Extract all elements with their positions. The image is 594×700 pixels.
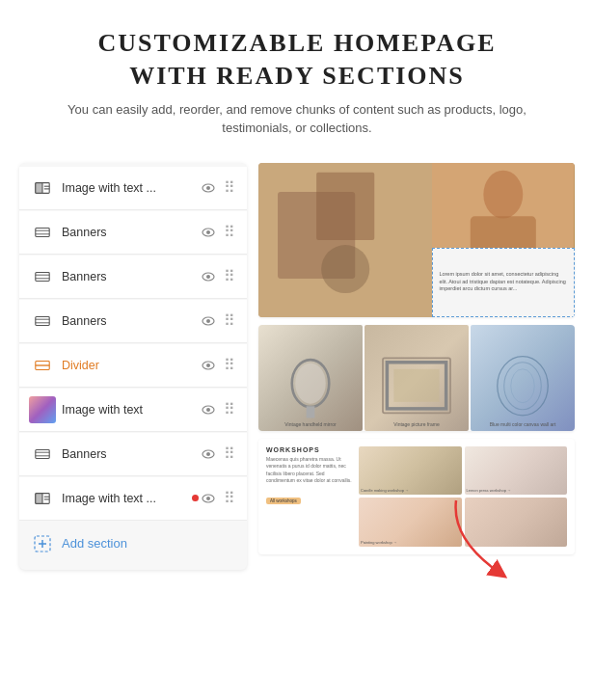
item-label-8: Image with text ... — [62, 492, 188, 505]
active-indicator-dot — [192, 495, 199, 501]
sidebar-item-image-with-text-3[interactable]: Image with text ... ⠿ — [19, 477, 247, 521]
plus-icon — [29, 530, 56, 557]
add-section-label: Add section — [62, 536, 237, 551]
ws-label-1: Candle making workshop → — [361, 488, 409, 493]
image-text-icon — [29, 175, 56, 202]
svg-point-37 — [206, 497, 210, 500]
preview-frame-img: Vintage picture frame — [364, 325, 469, 431]
preview-art-img: Blue multi color canvas wall art — [471, 325, 575, 431]
workshop-badge: All workshops — [266, 498, 301, 504]
svg-point-26 — [206, 408, 210, 412]
ws-label-3: Painting workshop → — [361, 540, 397, 545]
preview-section-1: Lorem ipsum dolor sit amet, consectetur … — [258, 163, 575, 317]
svg-rect-6 — [36, 228, 49, 236]
workshop-title: WORKSHOPS — [266, 446, 353, 453]
visibility-toggle-2[interactable] — [199, 223, 218, 242]
item-label-2: Banners — [62, 226, 199, 239]
item-label-5: Divider — [62, 359, 199, 372]
drag-handle-4[interactable]: ⠿ — [222, 313, 237, 329]
preview-area: Lorem ipsum dolor sit amet, consectetur … — [258, 163, 575, 570]
banners-icon-1 — [29, 219, 56, 246]
svg-point-15 — [206, 275, 210, 279]
visibility-toggle-4[interactable] — [199, 311, 218, 331]
drag-handle-6[interactable]: ⠿ — [222, 402, 237, 417]
image-text-thumb-icon — [29, 396, 56, 423]
sidebar-item-banners-4[interactable]: Banners ⠿ — [19, 433, 247, 476]
add-section-button[interactable]: Add section — [19, 523, 247, 565]
visibility-toggle-3[interactable] — [199, 267, 218, 286]
banners-icon-2 — [29, 263, 56, 290]
svg-point-54 — [498, 356, 549, 415]
banners-icon-4 — [29, 441, 56, 468]
main-area: Image with text ... ⠿ Banners ⠿ — [0, 153, 594, 579]
drag-handle-5[interactable]: ⠿ — [222, 358, 237, 373]
svg-point-5 — [206, 186, 210, 190]
svg-rect-47 — [471, 216, 536, 248]
workshop-text-area: WORKSHOPS Maecenas quis pharetra massa. … — [266, 446, 353, 547]
drag-handle-1[interactable]: ⠿ — [222, 180, 237, 196]
svg-rect-52 — [393, 368, 439, 401]
sidebar-item-image-with-text-2[interactable]: Image with text ⠿ — [19, 389, 247, 432]
preview-mirror-img: Vintage handheld mirror — [258, 325, 363, 431]
item-label-1: Image with text ... — [62, 181, 199, 195]
drag-handle-8[interactable]: ⠿ — [222, 491, 237, 506]
page-header: CUSTOMIZABLE HOMEPAGE WITH READY SECTION… — [0, 0, 594, 153]
visibility-toggle-8[interactable] — [199, 489, 218, 508]
preview-section-2: Vintage handheld mirror Vintage picture … — [258, 325, 575, 431]
svg-rect-33 — [36, 493, 42, 503]
banners-icon-3 — [29, 308, 56, 335]
sidebar-item-banners-2[interactable]: Banners ⠿ — [19, 256, 247, 299]
visibility-toggle-5[interactable] — [199, 356, 218, 375]
divider-icon — [29, 352, 56, 379]
drag-handle-2[interactable]: ⠿ — [222, 225, 237, 240]
frame-label: Vintage picture frame — [368, 421, 465, 427]
preview-section-3: WORKSHOPS Maecenas quis pharetra massa. … — [258, 439, 575, 554]
svg-rect-43 — [316, 172, 374, 239]
svg-point-44 — [321, 245, 369, 293]
workshop-img-4 — [465, 498, 568, 547]
workshop-img-1: Candle making workshop → — [359, 446, 462, 496]
ws-label-2: Lemon press workshop → — [467, 488, 511, 493]
workshop-images-grid: Candle making workshop → Lemon press wor… — [359, 446, 567, 547]
drag-handle-7[interactable]: ⠿ — [222, 446, 237, 462]
item-label-6: Image with text — [62, 403, 199, 417]
sections-panel: Image with text ... ⠿ Banners ⠿ — [19, 163, 247, 570]
sidebar-item-divider[interactable]: Divider ⠿ — [19, 344, 247, 388]
preview-text-box: Lorem ipsum dolor sit amet, consectetur … — [432, 248, 575, 317]
sidebar-item-banners-1[interactable]: Banners ⠿ — [19, 211, 247, 255]
item-label-3: Banners — [62, 270, 199, 283]
svg-point-24 — [206, 363, 210, 367]
svg-rect-1 — [36, 182, 42, 193]
preview-image-right-top — [432, 163, 575, 248]
page-title: CUSTOMIZABLE HOMEPAGE WITH READY SECTION… — [39, 27, 555, 93]
visibility-toggle-6[interactable] — [199, 400, 218, 419]
item-label-4: Banners — [62, 314, 199, 328]
preview-lorem-text: Lorem ipsum dolor sit amet, consectetur … — [439, 271, 568, 293]
workshop-body: Maecenas quis pharetra massa. Ut venenat… — [266, 456, 353, 485]
visibility-toggle-1[interactable] — [199, 178, 218, 198]
mirror-label: Vintage handheld mirror — [262, 421, 359, 427]
svg-rect-27 — [36, 449, 49, 458]
svg-rect-49 — [307, 406, 315, 417]
svg-point-31 — [206, 452, 210, 456]
preview-image-right-stack: Lorem ipsum dolor sit amet, consectetur … — [432, 163, 575, 317]
drag-handle-3[interactable]: ⠿ — [222, 269, 237, 284]
svg-point-20 — [206, 319, 210, 323]
item-label-7: Banners — [62, 447, 199, 461]
svg-point-46 — [484, 170, 524, 218]
image-text-icon-3 — [29, 485, 56, 512]
workshop-img-3: Painting workshop → — [359, 498, 462, 547]
page-subtitle: You can easily add, reorder, and remove … — [39, 100, 555, 138]
svg-point-10 — [206, 230, 210, 234]
svg-rect-16 — [36, 316, 49, 325]
preview-image-left — [258, 163, 432, 317]
workshop-img-2: Lemon press workshop → — [465, 446, 568, 496]
svg-rect-11 — [36, 272, 49, 281]
sidebar-item-image-with-text-1[interactable]: Image with text ... ⠿ — [19, 167, 247, 210]
svg-point-50 — [295, 363, 326, 403]
svg-point-56 — [511, 368, 535, 402]
art-label: Blue multi color canvas wall art — [474, 421, 571, 427]
visibility-toggle-7[interactable] — [199, 444, 218, 464]
sidebar-item-banners-3[interactable]: Banners ⠿ — [19, 300, 247, 343]
